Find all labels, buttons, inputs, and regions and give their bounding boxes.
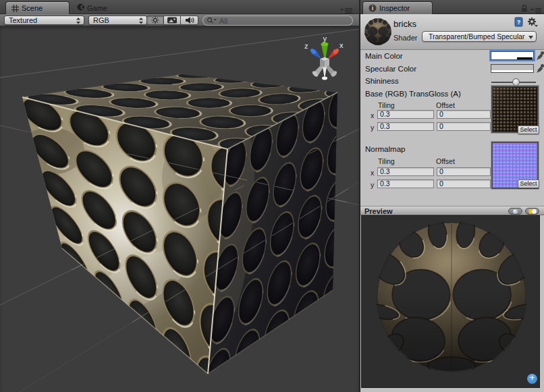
tab-scene-label: Scene — [22, 4, 43, 12]
tab-game[interactable]: Game — [73, 1, 120, 14]
specular-alpha-bar — [491, 70, 533, 72]
shader-label: Shader — [393, 34, 417, 42]
search-icon — [207, 17, 217, 24]
base-map-title: Base (RGB) TransGloss (A) — [365, 90, 461, 98]
base-tiling-x-field[interactable]: 0.3 — [377, 110, 434, 119]
base-x-label: x — [371, 111, 374, 119]
scene-toolbar: Textured RGB All — [0, 14, 359, 26]
shininess-slider-thumb[interactable] — [512, 78, 520, 86]
preview-sphere-button[interactable] — [508, 208, 522, 215]
normal-offset-y-field[interactable]: 0 — [437, 179, 491, 188]
textured-cube[interactable] — [0, 29, 359, 392]
base-tiling-header: Tiling — [378, 101, 395, 109]
normal-map-title: Normalmap — [365, 145, 405, 153]
normal-offset-x-field[interactable]: 0 — [437, 167, 491, 176]
svg-text:?: ? — [517, 19, 521, 26]
base-offset-y-field[interactable]: 0 — [437, 122, 491, 131]
gizmo-z-label: z — [304, 42, 308, 50]
normal-x-label: x — [371, 169, 374, 177]
scene-search-field[interactable]: All — [202, 16, 353, 26]
inspector-panel: i Inspector bricks Shader Transparent/Bu… — [360, 0, 544, 392]
main-color-label: Main Color — [365, 52, 403, 60]
gear-icon[interactable] — [526, 17, 539, 30]
scene-tabbar: Scene Game — [0, 0, 359, 14]
inspector-tabbar: i Inspector — [360, 0, 544, 14]
tab-inspector-label: Inspector — [379, 4, 410, 12]
normal-y-label: y — [371, 181, 374, 189]
normal-tiling-y-field[interactable]: 0.3 — [377, 179, 434, 188]
search-placeholder: All — [219, 17, 227, 25]
inspector-panel-menu[interactable] — [531, 5, 544, 11]
base-offset-header: Offset — [436, 101, 455, 109]
channel-dropdown[interactable]: RGB — [88, 16, 147, 25]
audio-toggle-button[interactable] — [180, 16, 198, 25]
info-icon: i — [369, 4, 377, 12]
skybox-toggle-button[interactable] — [163, 16, 181, 25]
render-mode-dropdown[interactable]: Textured — [4, 16, 84, 25]
scene-viewport[interactable]: y x z — [0, 26, 359, 392]
preview-add-button[interactable]: + — [527, 374, 537, 384]
main-color-alpha-bar — [517, 57, 533, 59]
tab-game-label: Game — [87, 4, 107, 12]
preview-title: Preview — [364, 207, 393, 215]
base-offset-x-field[interactable]: 0 — [437, 110, 491, 119]
material-ball-icon — [364, 18, 392, 46]
material-name: bricks — [393, 19, 416, 29]
gizmo-x-label: x — [339, 41, 344, 49]
base-y-label: y — [371, 123, 374, 132]
tab-inspector[interactable]: i Inspector — [362, 1, 433, 14]
help-icon[interactable]: ? — [514, 17, 524, 30]
preview-header: Preview — [360, 206, 544, 215]
normal-tiling-x-field[interactable]: 0.3 — [377, 167, 434, 176]
tab-scene[interactable]: Scene — [5, 1, 70, 14]
normal-offset-header: Offset — [436, 157, 455, 165]
unity-editor-window: Scene Game Textured RGB — [0, 0, 544, 392]
material-preview-area[interactable]: + — [361, 215, 540, 388]
orientation-gizmo[interactable]: y x z — [304, 34, 344, 80]
scene-grid-icon — [11, 5, 19, 12]
scene-panel: Scene Game Textured RGB — [0, 0, 359, 392]
specular-color-label: Specular Color — [365, 65, 416, 73]
specular-color-swatch[interactable] — [491, 64, 534, 73]
normal-tiling-header: Tiling — [378, 157, 395, 165]
material-header: bricks Shader Transparent/Bumped Specula… — [360, 14, 544, 50]
specular-color-eyedropper[interactable] — [536, 63, 544, 73]
game-icon — [77, 3, 84, 12]
base-map-select-button[interactable]: Select — [518, 125, 539, 134]
shader-dropdown[interactable]: Transparent/Bumped Specular — [422, 31, 537, 42]
shininess-label: Shininess — [365, 77, 399, 85]
main-color-swatch[interactable] — [491, 51, 534, 60]
svg-text:i: i — [372, 5, 374, 11]
normal-map-select-button[interactable]: Select — [518, 179, 539, 188]
chevron-down-icon — [528, 34, 534, 40]
gizmo-y-label: y — [323, 34, 327, 43]
preview-light-button[interactable] — [525, 208, 539, 215]
lighting-toggle-button[interactable] — [146, 16, 164, 25]
main-color-eyedropper[interactable] — [536, 50, 544, 60]
base-tiling-y-field[interactable]: 0.3 — [377, 122, 434, 131]
scene-panel-menu[interactable] — [340, 5, 354, 11]
